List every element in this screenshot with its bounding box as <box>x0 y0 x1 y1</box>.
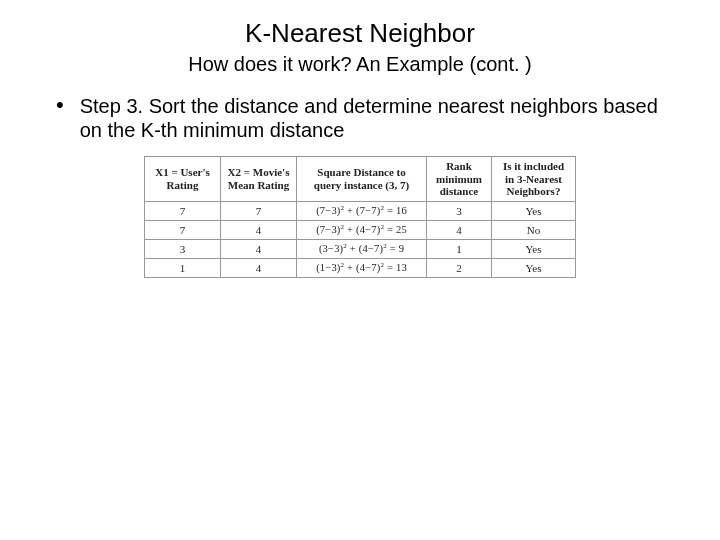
cell-inc: No <box>492 220 576 239</box>
cell-inc: Yes <box>492 239 576 258</box>
cell-x2: 4 <box>221 220 297 239</box>
table-row: 1 4 (1−3)2 + (4−7)2 = 13 2 Yes <box>145 258 576 277</box>
table-row: 3 4 (3−3)2 + (4−7)2 = 9 1 Yes <box>145 239 576 258</box>
table-header-row: X1 = User's Rating X2 = Movie's Mean Rat… <box>145 157 576 202</box>
knn-table: X1 = User's Rating X2 = Movie's Mean Rat… <box>144 156 576 278</box>
cell-x2: 4 <box>221 239 297 258</box>
th-rank: Rank minimum distance <box>427 157 492 202</box>
cell-x1: 7 <box>145 220 221 239</box>
cell-rank: 2 <box>427 258 492 277</box>
th-x1: X1 = User's Rating <box>145 157 221 202</box>
cell-x1: 1 <box>145 258 221 277</box>
cell-x2: 4 <box>221 258 297 277</box>
page-subtitle: How does it work? An Example (cont. ) <box>40 53 680 76</box>
cell-inc: Yes <box>492 258 576 277</box>
cell-inc: Yes <box>492 201 576 220</box>
table-container: X1 = User's Rating X2 = Movie's Mean Rat… <box>40 156 680 278</box>
bullet-icon: • <box>56 94 64 116</box>
cell-rank: 4 <box>427 220 492 239</box>
bullet-item: • Step 3. Sort the distance and determin… <box>40 94 680 142</box>
cell-dist: (1−3)2 + (4−7)2 = 13 <box>297 258 427 277</box>
cell-rank: 3 <box>427 201 492 220</box>
th-inc: Is it included in 3-Nearest Neighbors? <box>492 157 576 202</box>
table-row: 7 4 (7−3)2 + (4−7)2 = 25 4 No <box>145 220 576 239</box>
table-row: 7 7 (7−3)2 + (7−7)2 = 16 3 Yes <box>145 201 576 220</box>
th-x2: X2 = Movie's Mean Rating <box>221 157 297 202</box>
page-title: K-Nearest Neighbor <box>40 18 680 49</box>
cell-x1: 3 <box>145 239 221 258</box>
cell-dist: (3−3)2 + (4−7)2 = 9 <box>297 239 427 258</box>
cell-dist: (7−3)2 + (4−7)2 = 25 <box>297 220 427 239</box>
bullet-text: Step 3. Sort the distance and determine … <box>80 94 680 142</box>
cell-dist: (7−3)2 + (7−7)2 = 16 <box>297 201 427 220</box>
th-dist: Square Distance to query instance (3, 7) <box>297 157 427 202</box>
cell-rank: 1 <box>427 239 492 258</box>
slide: K-Nearest Neighbor How does it work? An … <box>0 0 720 540</box>
cell-x1: 7 <box>145 201 221 220</box>
cell-x2: 7 <box>221 201 297 220</box>
